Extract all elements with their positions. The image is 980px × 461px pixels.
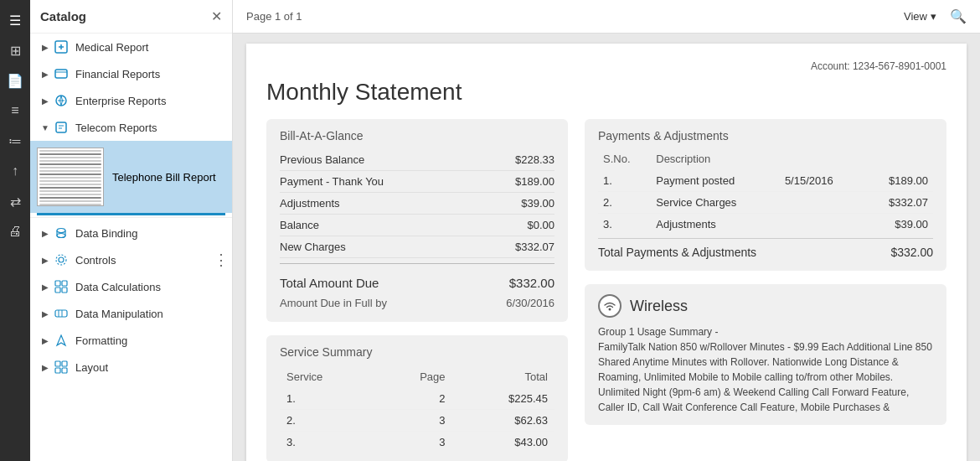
bill-row-1: Payment - Thank You $189.00 xyxy=(280,171,554,193)
svc-row-1: 2. 3 $62.63 xyxy=(280,410,554,432)
pay-row-0: 1. Payment posted 5/15/2016 $189.00 xyxy=(598,170,933,192)
bill-due-row: Amount Due in Full by 6/30/2016 xyxy=(280,294,554,312)
pay-total-value: $332.00 xyxy=(890,246,933,259)
data-calculations-icon xyxy=(54,279,69,294)
svg-rect-3 xyxy=(55,70,67,78)
bill-row-2-value: $39.00 xyxy=(521,197,554,210)
sidebar-label-telecom: Telecom Reports xyxy=(75,122,157,134)
svc-row-0: 1. 2 $225.45 xyxy=(280,388,554,410)
sidebar-item-medical[interactable]: ▶ Medical Report xyxy=(30,34,232,60)
right-column: Payments & Adjustments S.No. Description xyxy=(585,119,946,461)
pay-col-desc: Description xyxy=(651,149,780,170)
sidebar-item-data-manipulation[interactable]: ▶ Data Manipulation xyxy=(30,300,232,327)
enterprise-icon xyxy=(54,93,69,108)
service-summary-title: Service Summary xyxy=(280,345,554,359)
bill-row-2: Adjustments $39.00 xyxy=(280,193,554,215)
sidebar-item-financial[interactable]: ▶ Financial Reports xyxy=(30,60,232,87)
sidebar-label-data-binding: Data Binding xyxy=(75,227,137,240)
wireless-box: Wireless Group 1 Usage Summary - FamilyT… xyxy=(585,284,946,425)
wireless-title-row: Wireless xyxy=(598,294,933,318)
catalog-items: ▶ Medical Report ▶ Financial Reports ▶ E… xyxy=(30,34,232,461)
view-label: View xyxy=(904,10,927,23)
svc-col-page: Page xyxy=(376,365,451,388)
arrow-data-manipulation: ▶ xyxy=(40,308,50,319)
document-icon[interactable]: 📄 xyxy=(2,67,28,94)
payments-table: S.No. Description 1. Payment posted xyxy=(598,149,933,235)
svc-row-2-total: $43.00 xyxy=(452,432,554,453)
wireless-text: Group 1 Usage Summary - FamilyTalk Natio… xyxy=(598,324,933,415)
bill-total-row: Total Amount Due $332.00 xyxy=(280,269,554,294)
bill-row-4: New Charges $332.07 xyxy=(280,236,554,258)
svc-row-1-page: 3 xyxy=(376,410,451,432)
controls-icon xyxy=(54,252,69,267)
monthly-statement-title: Monthly Statement xyxy=(266,79,946,106)
account-line: Account: 1234-567-8901-0001 xyxy=(266,60,946,72)
arrow-data-binding: ▶ xyxy=(40,228,50,238)
thumbnail-preview[interactable] xyxy=(37,148,104,206)
svg-rect-17 xyxy=(62,287,67,293)
pay-row-1-amount: $332.07 xyxy=(863,192,933,214)
svg-rect-18 xyxy=(55,310,67,317)
sidebar-item-data-binding[interactable]: ▶ Data Binding xyxy=(30,220,232,246)
thumbnail-label: Telephone Bill Report xyxy=(112,171,216,184)
bill-row-3-value: $0.00 xyxy=(527,219,554,231)
pay-row-2-date xyxy=(780,214,863,236)
pay-row-1-desc: Service Charges xyxy=(651,192,780,214)
formatting-icon xyxy=(54,333,69,348)
bill-due-date: 6/30/2016 xyxy=(506,297,554,309)
pay-col-date xyxy=(780,149,863,170)
svg-point-10 xyxy=(57,229,65,233)
svg-rect-7 xyxy=(56,122,66,132)
search-button[interactable]: 🔍 xyxy=(950,8,967,24)
view-button[interactable]: View ▾ xyxy=(904,10,936,23)
pay-row-1-no: 2. xyxy=(598,192,651,214)
arrow-controls: ▶ xyxy=(40,255,50,265)
data-manipulation-icon xyxy=(54,306,69,321)
pay-row-0-amount: $189.00 xyxy=(863,170,933,192)
pay-col-amount xyxy=(863,149,933,170)
menu-icon[interactable]: ☰ xyxy=(2,7,28,34)
pay-row-2-amount: $39.00 xyxy=(863,214,933,236)
sidebar-item-controls[interactable]: ▶ Controls xyxy=(30,246,210,273)
swap-icon[interactable]: ⇄ xyxy=(2,188,28,215)
up-icon[interactable]: ↑ xyxy=(2,158,28,184)
sidebar-label-data-manipulation: Data Manipulation xyxy=(75,308,163,320)
pay-total-label: Total Payments & Adjustments xyxy=(598,246,756,259)
bill-row-3: Balance $0.00 xyxy=(280,215,554,236)
catalog-header: Catalog ✕ xyxy=(30,0,232,34)
sidebar-item-formatting[interactable]: ▶ Formatting xyxy=(30,327,232,354)
payments-box: Payments & Adjustments S.No. Description xyxy=(585,119,946,271)
arrow-financial: ▶ xyxy=(40,69,50,79)
kebab-menu-controls[interactable]: ⋮ xyxy=(210,251,232,269)
svg-rect-25 xyxy=(62,368,67,373)
svc-row-0-page: 2 xyxy=(376,388,451,410)
bill-total-value: $332.00 xyxy=(509,276,554,290)
data-binding-icon xyxy=(54,225,69,241)
sidebar-item-enterprise[interactable]: ▶ Enterprise Reports xyxy=(30,87,232,114)
svc-row-2-no: 3. xyxy=(280,432,376,453)
bill-row-0: Previous Balance $228.33 xyxy=(280,149,554,171)
bill-row-1-value: $189.00 xyxy=(515,175,554,188)
topbar: Page 1 of 1 View ▾ 🔍 xyxy=(233,0,980,34)
pay-row-2-no: 3. xyxy=(598,214,651,236)
sidebar-item-controls-row: ▶ Controls ⋮ xyxy=(30,246,232,273)
catalog-close-button[interactable]: ✕ xyxy=(211,8,222,24)
arrow-enterprise: ▶ xyxy=(40,96,50,106)
svg-rect-15 xyxy=(62,281,67,286)
sidebar-item-telecom[interactable]: ▼ Telecom Reports xyxy=(30,114,232,141)
pay-col-no: S.No. xyxy=(598,149,651,170)
thumbnail-area: Telephone Bill Report xyxy=(30,141,232,213)
svg-rect-22 xyxy=(55,361,60,366)
print-icon[interactable]: 🖨 xyxy=(2,218,28,245)
wireless-icon xyxy=(598,294,622,318)
sidebar-item-data-calculations[interactable]: ▶ Data Calculations xyxy=(30,273,232,300)
document-page: Account: 1234-567-8901-0001 Monthly Stat… xyxy=(246,44,967,461)
list-icon[interactable]: ≡ xyxy=(2,97,28,124)
arrow-data-calculations: ▶ xyxy=(40,282,50,292)
svg-marker-21 xyxy=(57,335,65,345)
bill-row-0-value: $228.33 xyxy=(515,153,554,166)
indent-icon[interactable]: ≔ xyxy=(2,127,28,154)
arrow-medical: ▶ xyxy=(40,42,50,52)
grid-icon[interactable]: ⊞ xyxy=(2,37,28,64)
sidebar-item-layout[interactable]: ▶ Layout xyxy=(30,354,232,381)
